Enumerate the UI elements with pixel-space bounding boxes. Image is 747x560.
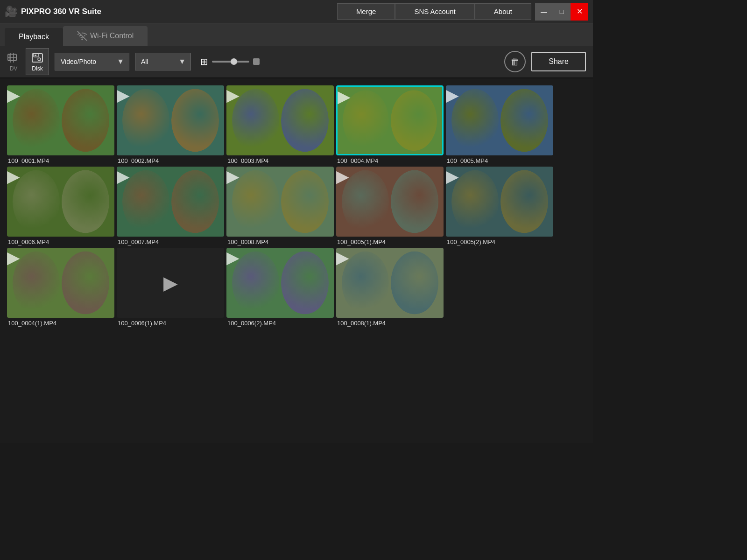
media-thumbnail: ▶ [117, 85, 224, 155]
media-item[interactable]: ▶100_0008.MP4 [226, 167, 334, 245]
media-item[interactable]: ▶100_0004(1).MP4 [7, 248, 114, 327]
media-item[interactable]: ▶100_0003.MP4 [226, 85, 334, 164]
media-thumbnail: ▶ [336, 248, 444, 318]
media-filename: 100_0006(1).MP4 [117, 320, 166, 327]
media-thumbnail: ▶ [446, 167, 553, 237]
media-thumbnail: ▶ [226, 85, 334, 155]
play-icon: ▶ [226, 248, 240, 267]
media-filename: 100_0005(1).MP4 [336, 238, 386, 245]
media-thumbnail: ▶ [226, 248, 334, 318]
svg-rect-9 [35, 55, 36, 56]
media-filename: 100_0006.MP4 [7, 238, 49, 245]
play-icon: ▶ [336, 248, 349, 267]
play-icon: ▶ [163, 272, 178, 294]
media-item[interactable]: ▶100_0008(1).MP4 [336, 248, 444, 327]
play-icon: ▶ [7, 85, 20, 105]
app-logo-icon: 🎥 [5, 6, 17, 18]
media-item[interactable]: ▶100_0005(1).MP4 [336, 167, 444, 245]
media-filename: 100_0006(2).MP4 [226, 320, 276, 327]
size-indicator [253, 58, 260, 65]
view-controls: ⊞ [200, 56, 260, 67]
media-thumbnail: ▶ [446, 85, 553, 155]
svg-point-0 [82, 39, 83, 40]
share-button[interactable]: Share [531, 52, 586, 71]
media-item[interactable]: ▶100_0002.MP4 [117, 85, 224, 164]
media-thumbnail: ▶ [7, 248, 114, 318]
size-slider[interactable] [212, 61, 249, 63]
media-item[interactable]: ▶100_0006(1).MP4 [117, 248, 224, 327]
app-title: PIXPRO 360 VR Suite [21, 7, 337, 16]
dv-label: DV [10, 65, 18, 72]
disk-button[interactable]: Disk [26, 48, 49, 75]
media-item[interactable]: ▶100_0007.MP4 [117, 167, 224, 245]
play-icon: ▶ [117, 167, 130, 186]
filter-dropdown[interactable]: Video/Photo Video Photo ▼ [55, 53, 129, 70]
media-thumbnail: ▶ [117, 248, 224, 318]
sns-account-button[interactable]: SNS Account [395, 3, 474, 20]
disk-icon [31, 51, 44, 64]
media-thumbnail: ▶ [7, 85, 114, 155]
disk-label: Disk [32, 65, 42, 72]
window-controls: — □ ✕ [535, 3, 588, 21]
wifi-crossed-icon [77, 31, 87, 41]
media-filename: 100_0007.MP4 [117, 238, 159, 245]
tab-bar: Playback Wi-Fi Control [0, 23, 593, 46]
media-filename: 100_0005(2).MP4 [446, 238, 495, 245]
media-item[interactable]: ▶100_0001.MP4 [7, 85, 114, 164]
merge-button[interactable]: Merge [337, 3, 395, 20]
about-button[interactable]: About [475, 3, 531, 20]
tab-playback[interactable]: Playback [5, 28, 63, 46]
play-icon: ▶ [117, 85, 130, 105]
grid-view-icon[interactable]: ⊞ [200, 56, 208, 67]
media-grid: ▶100_0001.MP4▶100_0002.MP4▶100_0003.MP4▶… [0, 78, 593, 443]
media-thumbnail: ▶ [336, 167, 444, 237]
maximize-button[interactable]: □ [553, 3, 571, 21]
filter-select[interactable]: Video/Photo Video Photo [55, 53, 129, 70]
media-item[interactable]: ▶100_0005.MP4 [446, 85, 553, 164]
media-thumbnail: ▶ [226, 167, 334, 237]
media-filename: 100_0001.MP4 [7, 157, 49, 164]
media-thumbnail: ▶ [7, 167, 114, 237]
media-thumbnail: ▶ [336, 85, 444, 155]
tab-wifi[interactable]: Wi-Fi Control [63, 26, 148, 46]
media-filename: 100_0008(1).MP4 [336, 320, 386, 327]
media-item[interactable]: ▶100_0006(2).MP4 [226, 248, 334, 327]
media-item[interactable]: ▶100_0005(2).MP4 [446, 167, 553, 245]
play-icon: ▶ [226, 85, 240, 105]
media-thumbnail: ▶ [117, 167, 224, 237]
media-filename: 100_0008.MP4 [226, 238, 268, 245]
dv-icon [7, 51, 20, 64]
dv-button[interactable]: DV [7, 51, 20, 72]
close-button[interactable]: ✕ [571, 3, 588, 21]
delete-icon: 🗑 [510, 56, 520, 67]
play-icon: ▶ [7, 167, 20, 186]
all-select[interactable]: All Favorites [135, 53, 190, 70]
media-filename: 100_0005.MP4 [446, 157, 488, 164]
delete-button[interactable]: 🗑 [504, 51, 526, 72]
media-filename: 100_0002.MP4 [117, 157, 159, 164]
play-icon: ▶ [7, 248, 20, 267]
title-bar: 🎥 PIXPRO 360 VR Suite Merge SNS Account … [0, 0, 593, 23]
play-icon: ▶ [446, 85, 459, 105]
play-icon: ▶ [446, 167, 459, 186]
play-icon: ▶ [336, 167, 349, 186]
minimize-button[interactable]: — [535, 3, 553, 21]
all-dropdown[interactable]: All Favorites ▼ [135, 53, 191, 70]
play-icon: ▶ [338, 87, 351, 106]
toolbar: DV Disk Video/Photo Video Photo ▼ All Fa… [0, 46, 593, 78]
media-item[interactable]: ▶100_0004.MP4 [336, 85, 444, 164]
media-filename: 100_0003.MP4 [226, 157, 268, 164]
media-item[interactable]: ▶100_0006.MP4 [7, 167, 114, 245]
media-filename: 100_0004.MP4 [336, 157, 378, 164]
media-filename: 100_0004(1).MP4 [7, 320, 56, 327]
svg-point-8 [38, 58, 41, 61]
nav-buttons: Merge SNS Account About [337, 3, 531, 20]
play-icon: ▶ [226, 167, 240, 186]
